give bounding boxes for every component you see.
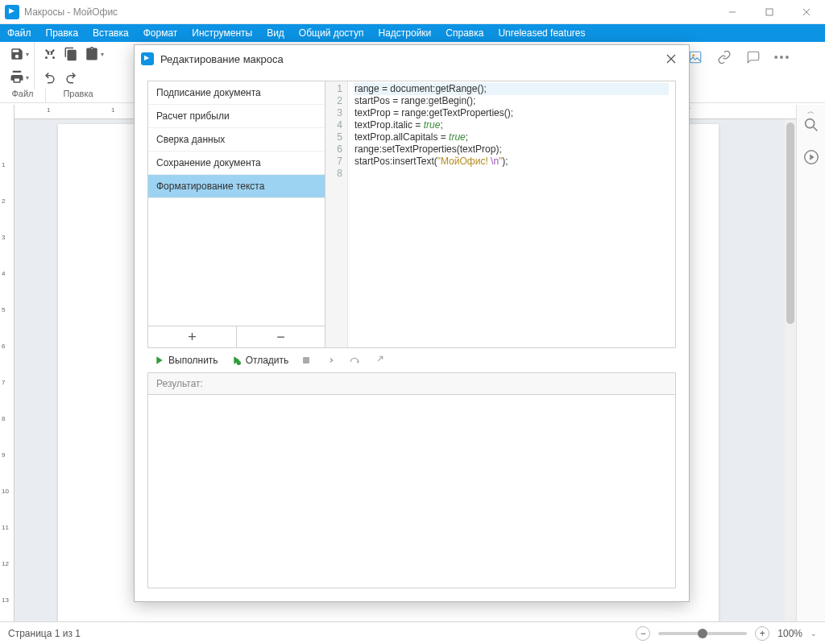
zoom-slider-knob[interactable] xyxy=(698,629,707,638)
print-button[interactable] xyxy=(6,67,27,88)
result-label: Результат: xyxy=(147,372,676,394)
debug-button[interactable]: Отладить xyxy=(226,352,292,368)
macro-list-item[interactable]: Сверка данных xyxy=(148,128,325,152)
debug-toolbar: Выполнить Отладить xyxy=(147,348,676,372)
svg-line-7 xyxy=(813,127,817,131)
ruler-tick: 1 xyxy=(111,106,114,114)
play-panel-button[interactable] xyxy=(802,148,820,166)
redo-button[interactable] xyxy=(60,67,81,88)
dialog-titlebar: Редактирование макроса xyxy=(135,45,689,73)
code-content[interactable]: range = document:getRange();startPos = r… xyxy=(348,81,675,347)
svg-rect-12 xyxy=(303,357,309,364)
menubar: Файл Правка Вставка Формат Инструменты В… xyxy=(0,24,825,42)
dialog-title: Редактирование макроса xyxy=(160,53,284,65)
ruler-tick: 6 xyxy=(2,343,5,350)
ruler-tick: 1 xyxy=(47,106,50,114)
remove-macro-button[interactable]: − xyxy=(237,326,325,347)
macro-list-item[interactable]: Сохранение документа xyxy=(148,152,325,175)
paste-button[interactable] xyxy=(81,44,102,64)
undo-button[interactable] xyxy=(39,67,60,88)
ruler-tick: 10 xyxy=(2,488,9,495)
section-label-edit: Правка xyxy=(46,89,110,102)
zoom-out-button[interactable]: − xyxy=(636,626,650,641)
dialog-app-icon xyxy=(141,52,154,65)
macro-editor-dialog: Редактирование макроса Подписание докуме… xyxy=(134,44,690,602)
svg-point-11 xyxy=(236,361,240,365)
save-button[interactable] xyxy=(6,44,27,64)
ruler-tick: 1 xyxy=(2,161,5,168)
step-over-button[interactable] xyxy=(345,352,364,368)
line-number: 3 xyxy=(327,107,342,119)
svg-rect-1 xyxy=(766,9,773,15)
run-button[interactable]: Выполнить xyxy=(149,352,222,368)
maximize-button[interactable] xyxy=(751,0,788,24)
menu-tools[interactable]: Инструменты xyxy=(184,24,259,42)
menu-view[interactable]: Вид xyxy=(259,24,292,42)
macro-list: Подписание документа Расчет прибыли Свер… xyxy=(148,81,325,347)
result-area xyxy=(147,394,676,588)
window-title: Макросы - МойОфис xyxy=(24,6,118,18)
ruler-tick: 13 xyxy=(2,596,9,604)
menu-share[interactable]: Общий доступ xyxy=(292,24,371,42)
code-editor[interactable]: 1 2 3 4 5 6 7 8 range = document:getRang… xyxy=(325,81,675,347)
dialog-close-button[interactable] xyxy=(660,48,682,70)
comment-button[interactable] xyxy=(743,47,764,68)
macro-list-item[interactable]: Расчет прибыли xyxy=(148,105,325,128)
right-toolbar: ••• xyxy=(685,47,793,68)
zoom-dropdown-caret-icon[interactable]: ⌄ xyxy=(810,629,817,638)
cut-button[interactable] xyxy=(39,44,60,64)
app-icon xyxy=(5,5,19,19)
code-gutter: 1 2 3 4 5 6 7 8 xyxy=(325,81,348,347)
statusbar: Страница 1 из 1 − + 100% ⌄ xyxy=(0,621,825,644)
stop-button[interactable] xyxy=(296,352,316,368)
ruler-tick: 7 xyxy=(2,379,5,386)
menu-insert[interactable]: Вставка xyxy=(85,24,136,42)
ruler-tick: 9 xyxy=(2,451,5,459)
search-panel-button[interactable] xyxy=(802,116,820,134)
zoom-value: 100% xyxy=(777,628,802,639)
copy-button[interactable] xyxy=(60,44,81,64)
ruler-tick: 8 xyxy=(2,415,5,422)
menu-help[interactable]: Справка xyxy=(438,24,491,42)
section-label-file: Файл xyxy=(0,89,45,102)
menu-unreleased[interactable]: Unreleased features xyxy=(491,24,592,42)
ruler-tick: 2 xyxy=(2,197,5,205)
line-number: 4 xyxy=(327,119,342,131)
ruler-tick: 4 xyxy=(2,270,5,277)
svg-rect-4 xyxy=(690,52,701,63)
ruler-tick: 3 xyxy=(2,234,5,241)
step-into-button[interactable] xyxy=(321,352,340,368)
menu-file[interactable]: Файл xyxy=(0,24,39,42)
line-number: 8 xyxy=(327,168,342,180)
ruler-tick: 11 xyxy=(2,524,9,531)
vertical-scrollbar[interactable] xyxy=(785,119,796,621)
line-number: 1 xyxy=(327,83,342,95)
line-number: 2 xyxy=(327,95,342,107)
menu-format[interactable]: Формат xyxy=(136,24,185,42)
macro-list-item[interactable]: Подписание документа xyxy=(148,81,325,105)
panel-collapse-icon[interactable]: ︿ xyxy=(807,106,815,117)
menu-edit[interactable]: Правка xyxy=(39,24,86,42)
svg-point-6 xyxy=(805,119,814,128)
add-macro-button[interactable]: + xyxy=(148,326,237,347)
zoom-in-button[interactable]: + xyxy=(755,626,769,641)
ruler-tick: 12 xyxy=(2,560,9,567)
macro-list-item[interactable]: Форматирование текста xyxy=(148,175,325,198)
minimize-button[interactable] xyxy=(714,0,751,24)
more-button[interactable]: ••• xyxy=(772,47,793,68)
line-number: 5 xyxy=(327,131,342,143)
menu-addons[interactable]: Надстройки xyxy=(371,24,438,42)
link-button[interactable] xyxy=(714,47,735,68)
zoom-control: − + 100% ⌄ xyxy=(636,626,817,641)
line-number: 6 xyxy=(327,143,342,156)
step-out-button[interactable] xyxy=(369,352,388,368)
right-panel: ︿ xyxy=(796,105,825,621)
window-titlebar: Макросы - МойОфис xyxy=(0,0,825,24)
zoom-slider[interactable] xyxy=(658,632,747,635)
svg-point-5 xyxy=(692,54,694,56)
scrollbar-thumb[interactable] xyxy=(786,123,794,324)
line-number: 7 xyxy=(327,156,342,168)
close-button[interactable] xyxy=(788,0,825,24)
vertical-ruler: 1 2 3 4 5 6 7 8 9 10 11 12 13 xyxy=(0,105,15,621)
ruler-tick: 5 xyxy=(2,306,5,314)
